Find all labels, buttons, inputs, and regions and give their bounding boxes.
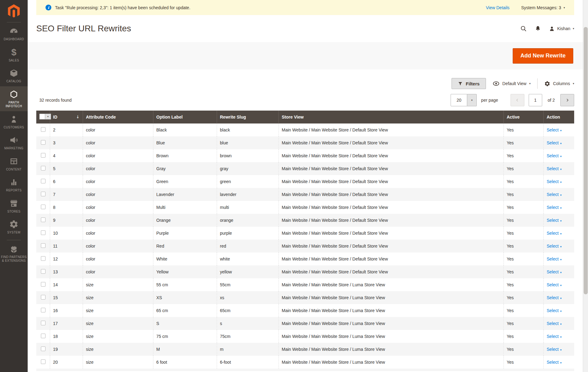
row-checkbox[interactable] <box>41 140 45 145</box>
row-select-action[interactable]: Select <box>547 244 559 249</box>
row-select-action[interactable]: Select <box>547 218 559 223</box>
row-select-action[interactable]: Select <box>547 334 559 339</box>
row-checkbox[interactable] <box>41 205 45 209</box>
per-page-select[interactable]: 20 ▾ <box>451 94 477 106</box>
select-all-header[interactable]: ▼ <box>36 111 50 123</box>
sidebar-item-marketing[interactable]: MARKETING <box>0 132 28 153</box>
row-select-action[interactable]: Select <box>547 282 559 287</box>
table-row: 9colorOrangeorangeMain Website / Main We… <box>36 214 574 227</box>
sidebar-item-stores[interactable]: STORES <box>0 195 28 217</box>
sidebar-item-catalog[interactable]: CATALOG <box>0 65 28 86</box>
magento-admin: DASHBOARD$SALESCATALOGPANTH INFOTECHCUST… <box>0 0 588 372</box>
row-select-action[interactable]: Select <box>547 127 559 132</box>
row-select-action[interactable]: Select <box>547 295 559 300</box>
column-header-rewrite-slug[interactable]: Rewrite Slug <box>217 111 278 123</box>
filters-label: Filters <box>466 81 479 86</box>
chevron-down-icon: ▾ <box>560 168 562 171</box>
cell-action: Select▾ <box>543 214 574 227</box>
table-row: 8colorMultimultiMain Website / Main Webs… <box>36 201 574 214</box>
mass-select-dropdown[interactable]: ▼ <box>45 114 51 119</box>
sidebar-item-find-partners-extensions[interactable]: FIND PARTNERS & EXTENSIONS <box>0 241 28 266</box>
row-select-action[interactable]: Select <box>547 153 559 158</box>
row-select-action[interactable]: Select <box>547 360 559 365</box>
sidebar-item-customers[interactable]: CUSTOMERS <box>0 111 28 132</box>
cell-attribute-code: color <box>83 227 153 240</box>
sidebar-item-sales[interactable]: $SALES <box>0 44 28 65</box>
cell-option-label: Blue <box>153 136 217 149</box>
row-checkbox[interactable] <box>41 282 45 287</box>
row-checkbox[interactable] <box>41 334 45 338</box>
row-checkbox[interactable] <box>41 269 45 274</box>
table-row: 20size6 foot6-footMain Website / Main We… <box>36 356 574 369</box>
row-select-action[interactable]: Select <box>547 308 559 313</box>
row-select-action[interactable]: Select <box>547 269 559 274</box>
user-menu[interactable]: Kishan ▾ <box>549 26 574 32</box>
view-details-link[interactable]: View Details <box>486 5 510 10</box>
row-checkbox[interactable] <box>41 179 45 183</box>
sidebar-item-system[interactable]: SYSTEM <box>0 216 28 237</box>
cell-rewrite-slug: white <box>217 253 278 265</box>
row-checkbox[interactable] <box>41 321 45 325</box>
previous-page-button[interactable] <box>511 94 524 106</box>
filters-button[interactable]: Filters <box>452 78 486 89</box>
row-checkbox[interactable] <box>41 217 45 222</box>
gear-icon <box>544 81 550 87</box>
cell-rewrite-slug: lavender <box>217 188 278 201</box>
column-header-id[interactable]: ID ↓ <box>50 111 83 123</box>
row-checkbox[interactable] <box>41 166 45 170</box>
column-header-store-view[interactable]: Store View <box>278 111 503 123</box>
row-select-action[interactable]: Select <box>547 192 559 197</box>
row-select-action[interactable]: Select <box>547 179 559 184</box>
row-checkbox[interactable] <box>41 359 45 364</box>
add-new-rewrite-button[interactable]: Add New Rewrite <box>513 48 573 64</box>
row-checkbox[interactable] <box>41 153 45 158</box>
row-checkbox[interactable] <box>41 256 45 261</box>
cell-rewrite-slug: 65cm <box>217 304 278 317</box>
columns-label: Columns <box>553 81 570 86</box>
column-header-option-label[interactable]: Option Label <box>153 111 217 123</box>
system-messages-toggle[interactable]: System Messages: 3 ▾ <box>521 5 565 10</box>
column-header-action[interactable]: Action <box>543 111 574 123</box>
row-checkbox[interactable] <box>41 127 45 132</box>
cell-option-label: Orange <box>153 214 217 227</box>
select-all-checkbox[interactable] <box>39 114 45 119</box>
chevron-left-icon <box>515 98 519 102</box>
columns-control[interactable]: Columns ▾ <box>544 81 574 87</box>
vertical-scrollbar[interactable] <box>583 0 588 372</box>
grid-body: 2colorBlackblackMain Website / Main Webs… <box>36 123 574 369</box>
cell-action: Select▾ <box>543 201 574 214</box>
notifications-bell-icon[interactable] <box>535 25 541 32</box>
row-checkbox[interactable] <box>41 243 45 248</box>
page-number-input[interactable] <box>529 94 542 106</box>
sidebar-item-panth-infotech[interactable]: PANTH INFOTECH <box>0 86 28 111</box>
row-checkbox[interactable] <box>41 295 45 300</box>
sidebar-item-reports[interactable]: REPORTS <box>0 174 28 195</box>
cell-option-label: 6 foot <box>153 356 217 369</box>
search-icon[interactable] <box>520 25 527 32</box>
row-checkbox[interactable] <box>41 192 45 196</box>
sidebar-item-label: SALES <box>1 59 27 63</box>
row-select-action[interactable]: Select <box>547 321 559 326</box>
row-checkbox[interactable] <box>41 230 45 235</box>
sidebar-item-content[interactable]: CONTENT <box>0 153 28 174</box>
row-checkbox[interactable] <box>41 347 45 351</box>
next-page-button[interactable] <box>560 94 574 106</box>
row-select-action[interactable]: Select <box>547 140 559 145</box>
row-select-action[interactable]: Select <box>547 166 559 171</box>
row-checkbox[interactable] <box>41 308 45 312</box>
chevron-down-icon: ▾ <box>467 94 477 106</box>
column-header-attribute-code[interactable]: Attribute Code <box>83 111 153 123</box>
column-header-active[interactable]: Active <box>503 111 543 123</box>
cell-attribute-code: color <box>83 149 153 162</box>
row-select-action[interactable]: Select <box>547 205 559 210</box>
magento-logo[interactable] <box>0 0 28 20</box>
row-select-action[interactable]: Select <box>547 231 559 236</box>
row-select-action[interactable]: Select <box>547 256 559 261</box>
row-select-action[interactable]: Select <box>547 347 559 352</box>
cell-id: 11 <box>50 240 83 253</box>
view-switcher[interactable]: Default View ▾ <box>493 81 531 86</box>
sidebar-item-dashboard[interactable]: DASHBOARD <box>0 23 28 44</box>
scrollbar-thumb[interactable] <box>584 27 588 294</box>
cell-option-label: 65 cm <box>153 304 217 317</box>
cell-rewrite-slug: black <box>217 123 278 136</box>
